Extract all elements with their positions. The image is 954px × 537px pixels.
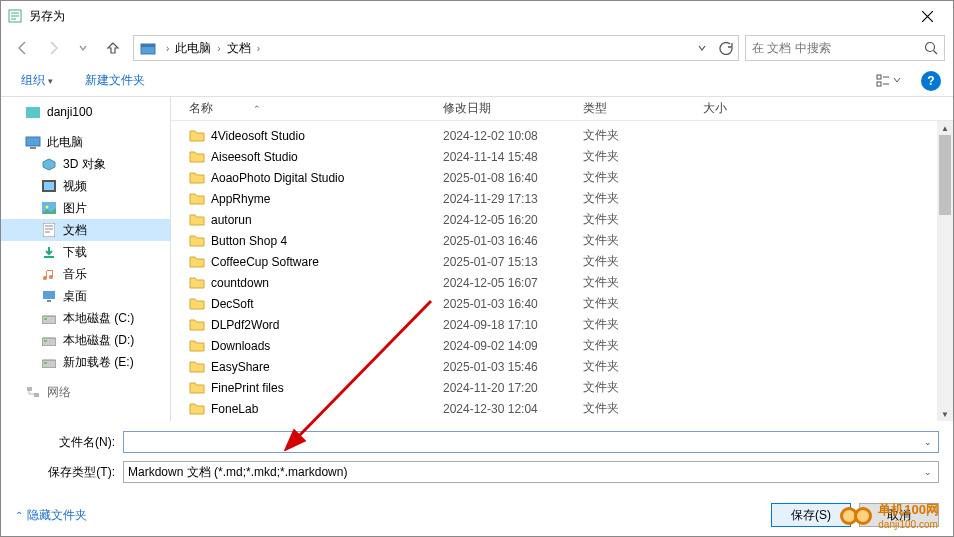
file-date: 2024-09-02 14:09 [443,339,583,353]
file-row[interactable]: AoaoPhoto Digital Studio2025-01-08 16:40… [171,167,953,188]
recent-dropdown[interactable] [69,34,97,62]
folder-icon [189,276,211,290]
tree-item[interactable]: 3D 对象 [1,153,170,175]
tree-item-icon [41,222,57,238]
refresh-button[interactable] [714,36,738,60]
window-title: 另存为 [29,8,907,25]
tree-item[interactable]: 文档 [1,219,170,241]
col-size[interactable]: 大小 [703,100,783,117]
file-row[interactable]: CoffeeCup Software2025-01-07 15:13文件夹 [171,251,953,272]
address-bar[interactable]: › 此电脑 › 文档 › [133,35,739,61]
file-row[interactable]: AppRhyme2024-11-29 17:13文件夹 [171,188,953,209]
file-type: 文件夹 [583,358,703,375]
new-folder-button[interactable]: 新建文件夹 [77,68,153,93]
svg-rect-2 [141,44,155,47]
cancel-button[interactable]: 取消 [859,503,939,527]
chevron-right-icon: › [162,43,173,54]
chevron-down-icon[interactable]: ⌄ [922,467,934,477]
file-row[interactable]: 4Videosoft Studio2024-12-02 10:08文件夹 [171,125,953,146]
file-row[interactable]: autorun2024-12-05 16:20文件夹 [171,209,953,230]
tree-item[interactable]: 本地磁盘 (D:) [1,329,170,351]
organize-button[interactable]: 组织 [13,68,61,93]
folder-icon [189,150,211,164]
file-name: CoffeeCup Software [211,255,319,269]
tree-item[interactable]: 桌面 [1,285,170,307]
tree-label: 网络 [47,384,71,401]
help-button[interactable]: ? [921,71,941,91]
svg-rect-17 [44,318,47,320]
filename-input[interactable] [128,435,922,449]
folder-icon [189,129,211,143]
file-type: 文件夹 [583,379,703,396]
chevron-down-icon[interactable]: ⌄ [922,437,934,447]
up-button[interactable] [99,34,127,62]
filetype-input[interactable] [128,465,922,479]
tree-item[interactable]: 音乐 [1,263,170,285]
file-row[interactable]: EasyShare2025-01-03 15:46文件夹 [171,356,953,377]
file-name: Aiseesoft Studio [211,150,298,164]
tree-network[interactable]: 网络 [1,381,170,403]
col-name[interactable]: 名称⌃ [183,100,443,117]
tree-item[interactable]: 本地磁盘 (C:) [1,307,170,329]
file-row[interactable]: Aiseesoft Studio2024-11-14 15:48文件夹 [171,146,953,167]
folder-icon [189,213,211,227]
column-headers: 名称⌃ 修改日期 类型 大小 [171,97,953,121]
file-row[interactable]: FoneLab2024-12-30 12:04文件夹 [171,398,953,419]
close-button[interactable] [907,1,947,31]
tree-item-label: 桌面 [63,288,87,305]
scroll-thumb[interactable] [939,135,951,215]
back-button[interactable] [9,34,37,62]
file-type: 文件夹 [583,232,703,249]
chevron-right-icon: › [253,43,264,54]
file-row[interactable]: FinePrint files2024-11-20 17:20文件夹 [171,377,953,398]
file-name: DLPdf2Word [211,318,279,332]
svg-rect-8 [30,147,36,149]
file-row[interactable]: Button Shop 42025-01-03 16:46文件夹 [171,230,953,251]
file-date: 2024-09-18 17:10 [443,318,583,332]
tree-item-label: 文档 [63,222,87,239]
search-input[interactable] [752,41,924,55]
file-row[interactable]: DLPdf2Word2024-09-18 17:10文件夹 [171,314,953,335]
tree-item-label: 下载 [63,244,87,261]
file-type: 文件夹 [583,169,703,186]
svg-rect-13 [43,223,55,237]
view-options-button[interactable] [873,69,905,93]
file-date: 2024-12-02 10:08 [443,129,583,143]
chevron-right-icon: › [213,43,224,54]
col-type[interactable]: 类型 [583,100,703,117]
tree-item[interactable]: 新加载卷 (E:) [1,351,170,373]
file-row[interactable]: Downloads2024-09-02 14:09文件夹 [171,335,953,356]
tree-quickaccess[interactable]: danji100 [1,101,170,123]
save-button[interactable]: 保存(S) [771,503,851,527]
file-name: countdown [211,276,269,290]
breadcrumb-docs[interactable]: 文档 [225,40,253,57]
file-name: AppRhyme [211,192,270,206]
tree-this-pc[interactable]: 此电脑 [1,131,170,153]
forward-button[interactable] [39,34,67,62]
scrollbar[interactable]: ▲ ▼ [937,121,953,421]
tree-item-label: 本地磁盘 (C:) [63,310,134,327]
breadcrumb-pc[interactable]: 此电脑 [173,40,213,57]
file-date: 2024-12-05 16:20 [443,213,583,227]
hide-folders-toggle[interactable]: 隐藏文件夹 [15,507,87,524]
svg-rect-4 [877,75,881,79]
tree-item[interactable]: 视频 [1,175,170,197]
address-dropdown[interactable] [690,36,714,60]
file-date: 2024-11-20 17:20 [443,381,583,395]
svg-point-3 [926,43,935,52]
file-date: 2025-01-03 15:46 [443,360,583,374]
filetype-combo[interactable]: ⌄ [123,461,939,483]
tree-item-label: 视频 [63,178,87,195]
scroll-up-icon[interactable]: ▲ [937,121,953,135]
search-box[interactable] [745,35,945,61]
svg-rect-7 [26,137,40,146]
folder-icon [189,255,211,269]
file-row[interactable]: countdown2024-12-05 16:07文件夹 [171,272,953,293]
col-date[interactable]: 修改日期 [443,100,583,117]
tree-item[interactable]: 下载 [1,241,170,263]
file-name: FinePrint files [211,381,284,395]
filename-combo[interactable]: ⌄ [123,431,939,453]
tree-item[interactable]: 图片 [1,197,170,219]
file-row[interactable]: DecSoft2025-01-03 16:40文件夹 [171,293,953,314]
scroll-down-icon[interactable]: ▼ [937,407,953,421]
